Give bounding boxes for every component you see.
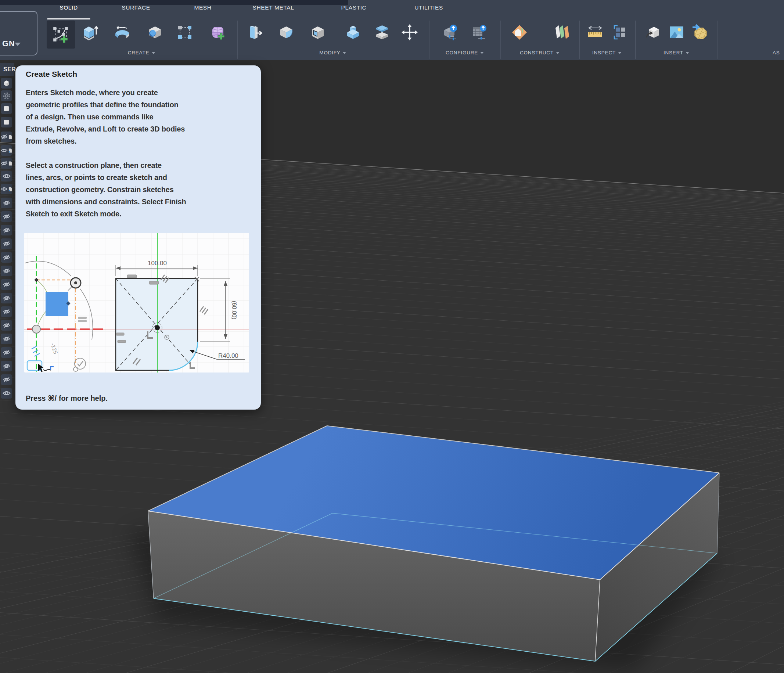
- fillet-button[interactable]: [277, 23, 295, 41]
- hole-button[interactable]: [146, 23, 164, 41]
- press-pull-button[interactable]: [246, 23, 263, 41]
- group-dropdown-configure[interactable]: CONFIGURE: [446, 50, 484, 56]
- group-dropdown-modify[interactable]: MODIFY: [319, 50, 346, 56]
- sidebar-hidden-toggle[interactable]: [1, 306, 12, 317]
- sidebar-hidden-toggle[interactable]: [1, 293, 12, 303]
- sidebar-square-toggle[interactable]: [1, 103, 12, 114]
- height-dimension-label: (60.00): [231, 301, 237, 320]
- midplane-button[interactable]: [553, 23, 571, 41]
- create-form-icon: [210, 23, 227, 41]
- tooltip-title: Create Sketch: [26, 70, 77, 79]
- sidebar-hidden-toggle[interactable]: [1, 211, 12, 222]
- offset-face-button[interactable]: [373, 23, 391, 41]
- revolve-button[interactable]: [114, 23, 131, 41]
- extrude-button[interactable]: [81, 23, 98, 41]
- sidebar-hidden-toggle[interactable]: [1, 279, 12, 290]
- create-sketch-icon: [52, 25, 70, 44]
- group-label: INSPECT: [592, 50, 616, 56]
- canvas-button[interactable]: [668, 23, 686, 41]
- sidebar-eye-toggle[interactable]: [1, 171, 12, 182]
- measure-button[interactable]: [586, 23, 604, 41]
- sidebar-doc-hidden-toggle[interactable]: [1, 158, 12, 169]
- group-separator: [429, 20, 429, 59]
- press-pull-icon: [246, 23, 263, 41]
- section-analysis-button[interactable]: [611, 23, 629, 41]
- ribbon-toolbar: GN SOLID SURFACE MESH SHEET METAL PLASTI…: [0, 0, 784, 60]
- offset-plane-icon: [511, 23, 528, 41]
- sidebar-hidden-toggle[interactable]: [1, 361, 12, 371]
- tooltip-illustration: -125: [24, 233, 249, 373]
- rectangular-pattern-button[interactable]: [176, 23, 194, 41]
- sidebar-hidden-toggle[interactable]: [1, 197, 12, 208]
- tab-mesh[interactable]: MESH: [194, 5, 211, 11]
- configuration-table-icon: [471, 23, 488, 41]
- group-dropdown-inspect[interactable]: INSPECT: [592, 50, 622, 56]
- insert-derive-button[interactable]: [644, 23, 662, 41]
- chevron-down-icon: [556, 52, 560, 54]
- tooltip-footer: Press ⌘/ for more help.: [26, 394, 107, 403]
- group-dropdown-create[interactable]: CREATE: [128, 50, 156, 56]
- group-dropdown-construct[interactable]: CONSTRUCT: [520, 50, 560, 56]
- tab-plastic[interactable]: PLASTIC: [341, 5, 367, 11]
- workspace-label: GN: [2, 39, 15, 48]
- create-sketch-tooltip: Create Sketch Enters Sketch mode, where …: [16, 65, 261, 410]
- sidebar-cube-toggle[interactable]: [1, 78, 12, 89]
- browser-header-label: SER: [0, 66, 16, 73]
- sidebar-hidden-toggle[interactable]: [1, 238, 12, 249]
- sidebar-doc-visible-toggle[interactable]: [1, 184, 12, 194]
- sidebar-hidden-toggle[interactable]: [1, 375, 12, 385]
- sidebar-hidden-toggle[interactable]: [1, 334, 12, 344]
- group-label: CONFIGURE: [446, 50, 478, 56]
- combine-button[interactable]: [345, 23, 362, 41]
- tab-surface[interactable]: SURFACE: [121, 5, 150, 11]
- group-separator: [579, 20, 580, 59]
- tooltip-paragraph-2: Select a construction plane, then create…: [26, 159, 252, 220]
- hole-icon: [146, 23, 164, 41]
- workspace-switcher[interactable]: GN: [0, 11, 37, 56]
- sidebar-doc-visible-toggle[interactable]: [1, 145, 12, 156]
- group-dropdown-insert[interactable]: INSERT: [664, 50, 689, 56]
- sidebar-hidden-toggle[interactable]: [1, 252, 12, 263]
- sidebar-hidden-toggle[interactable]: [1, 225, 12, 235]
- browser-panel-edge: SER: [0, 60, 15, 427]
- combine-icon: [345, 23, 362, 41]
- group-separator: [635, 20, 636, 59]
- measure-icon: [586, 23, 604, 41]
- move-button[interactable]: [401, 23, 418, 41]
- offset-plane-button[interactable]: [511, 23, 528, 41]
- sidebar-doc-hidden-toggle[interactable]: [1, 132, 12, 142]
- tab-utilities[interactable]: UTILITIES: [414, 5, 443, 11]
- sidebar-square-toggle[interactable]: [1, 117, 12, 127]
- group-dropdown-assemble-partial[interactable]: AS: [773, 50, 780, 56]
- configure-button[interactable]: [441, 23, 459, 41]
- chevron-down-icon: [151, 52, 155, 54]
- sidebar-gear-toggle[interactable]: [1, 90, 12, 101]
- shell-button[interactable]: [309, 23, 327, 41]
- group-label: CREATE: [128, 50, 149, 56]
- shell-icon: [309, 23, 327, 41]
- create-sketch-button[interactable]: [47, 20, 75, 48]
- width-dimension-label: 100.00: [148, 260, 167, 267]
- insert-mesh-icon: [692, 23, 709, 41]
- tab-sheet-metal[interactable]: SHEET METAL: [253, 5, 294, 11]
- group-separator: [237, 20, 238, 59]
- sidebar-hidden-toggle[interactable]: [1, 266, 12, 276]
- configure-icon: [441, 23, 459, 41]
- sidebar-hidden-toggle[interactable]: [1, 347, 12, 358]
- active-tab-indicator: [47, 19, 90, 19]
- sidebar-visible-toggle[interactable]: [1, 388, 12, 399]
- group-label: INSERT: [664, 50, 683, 56]
- sidebar-hidden-toggle[interactable]: [1, 320, 12, 331]
- tab-solid[interactable]: SOLID: [59, 5, 78, 11]
- chevron-down-icon: [686, 52, 689, 54]
- canvas-icon: [668, 23, 686, 41]
- create-form-button[interactable]: [210, 23, 227, 41]
- configuration-table-button[interactable]: [471, 23, 488, 41]
- insert-mesh-button[interactable]: [692, 23, 709, 41]
- group-label: CONSTRUCT: [520, 50, 554, 56]
- offset-dimension-label: -125: [50, 342, 59, 355]
- insert-derive-icon: [644, 23, 662, 41]
- move-icon: [401, 23, 418, 41]
- group-separator: [717, 20, 718, 59]
- fusion-window: GN SOLID SURFACE MESH SHEET METAL PLASTI…: [0, 0, 784, 673]
